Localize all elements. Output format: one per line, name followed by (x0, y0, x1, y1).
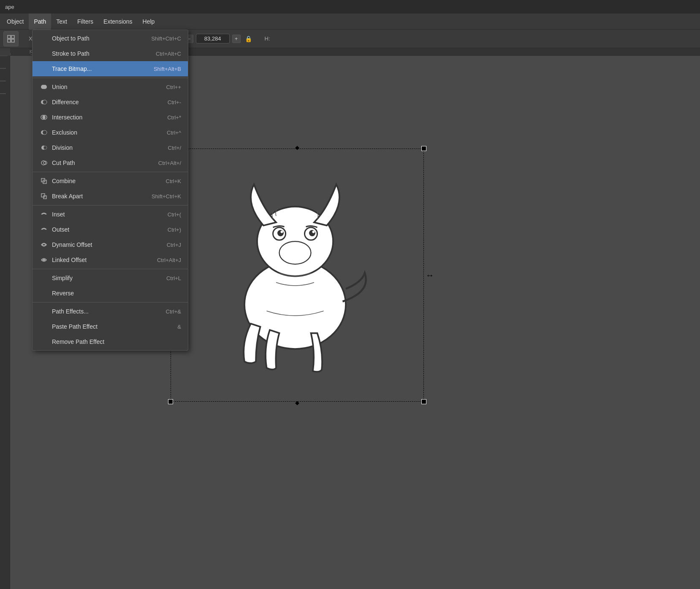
option-label: Cut Path (52, 159, 150, 166)
menu-option-division[interactable]: Division Ctrl+/ (33, 140, 188, 155)
combine-icon (39, 176, 49, 186)
shortcut: Ctrl+) (168, 227, 181, 233)
option-label: Object to Path (52, 35, 143, 42)
menu-option-trace-bitmap[interactable]: Trace Bitmap... Shift+Alt+B (33, 61, 188, 76)
menu-object[interactable]: Object (2, 14, 29, 30)
option-label: Remove Path Effect (52, 338, 173, 345)
shortcut: Ctrl+Alt+C (156, 51, 181, 57)
menu-option-remove-path-effect[interactable]: Remove Path Effect (33, 334, 188, 349)
shortcut: Ctrl+L (166, 275, 181, 281)
break-apart-icon (39, 192, 49, 201)
path-dropdown-menu: Object to Path Shift+Ctrl+C Stroke to Pa… (32, 30, 188, 351)
shortcut: Ctrl+/ (168, 145, 181, 151)
vertical-ruler (0, 56, 10, 589)
handle-right-arrow[interactable]: ↔ (426, 270, 434, 280)
shortcut: Ctrl+Alt+/ (158, 160, 181, 166)
reverse-icon (39, 289, 49, 298)
option-label: Combine (52, 178, 157, 184)
inset-icon (39, 210, 49, 219)
cut-path-icon (39, 158, 49, 168)
menu-option-dynamic-offset[interactable]: Dynamic Offset Ctrl+J (33, 237, 188, 252)
svg-rect-44 (41, 194, 45, 197)
toolbar-tool-btn[interactable] (3, 31, 19, 46)
menu-help[interactable]: Help (138, 14, 160, 30)
shortcut: Shift+Ctrl+K (152, 193, 181, 200)
shortcut: Ctrl++ (166, 84, 181, 90)
lock-icon[interactable]: 🔒 (242, 35, 255, 42)
menu-option-paste-path-effect[interactable]: Paste Path Effect & (33, 319, 188, 334)
handle-bottom-left[interactable] (168, 399, 173, 404)
dog-illustration (196, 165, 394, 381)
title-text: ape (5, 4, 14, 10)
menu-option-object-to-path[interactable]: Object to Path Shift+Ctrl+C (33, 31, 188, 46)
menu-option-stroke-to-path[interactable]: Stroke to Path Ctrl+Alt+C (33, 46, 188, 61)
linked-offset-icon (39, 255, 49, 265)
svg-point-29 (279, 241, 311, 264)
menu-option-intersection[interactable]: Intersection Ctrl+* (33, 110, 188, 125)
menu-option-path-effects[interactable]: Path Effects... Ctrl+& (33, 304, 188, 319)
simplify-icon (39, 273, 49, 283)
svg-point-23 (281, 231, 283, 233)
option-label: Difference (52, 99, 159, 105)
stroke-to-path-icon (39, 49, 49, 58)
shortcut: Ctrl+^ (167, 130, 181, 136)
handle-top-center[interactable]: ◆ (295, 144, 299, 151)
option-label: Break Apart (52, 193, 143, 200)
menu-option-exclusion[interactable]: Exclusion Ctrl+^ (33, 125, 188, 140)
svg-point-39 (43, 146, 47, 149)
option-label: Exclusion (52, 129, 158, 136)
shortcut: & (177, 324, 181, 330)
menu-option-union[interactable]: Union Ctrl++ (33, 79, 188, 95)
menu-option-inset[interactable]: Inset Ctrl+( (33, 207, 188, 222)
handle-bottom-right[interactable] (421, 399, 426, 404)
shortcut: Ctrl+( (168, 211, 181, 218)
menu-bar: Object Path Text Filters Extensions Help (0, 14, 700, 30)
exclusion-icon (39, 128, 49, 137)
menu-path[interactable]: Path (29, 14, 51, 30)
svg-rect-3 (11, 39, 14, 42)
handle-top-right[interactable] (421, 146, 426, 151)
separator-3 (33, 205, 188, 205)
option-label: Outset (52, 226, 159, 233)
w-value[interactable]: 83,284 (196, 34, 230, 43)
option-label: Dynamic Offset (52, 241, 158, 248)
svg-point-33 (43, 100, 47, 104)
division-icon (39, 143, 49, 152)
handle-bottom-center[interactable]: ◆ (295, 400, 299, 406)
w-plus-btn[interactable]: + (232, 35, 241, 43)
intersection-icon (39, 113, 49, 122)
option-label: Division (52, 144, 160, 151)
outset-icon (39, 225, 49, 234)
menu-filters[interactable]: Filters (72, 14, 98, 30)
shortcut: Ctrl+J (167, 242, 181, 248)
menu-option-combine[interactable]: Combine Ctrl+K (33, 173, 188, 189)
menu-option-reverse[interactable]: Reverse (33, 286, 188, 301)
menu-option-break-apart[interactable]: Break Apart Shift+Ctrl+K (33, 189, 188, 204)
separator-4 (33, 269, 188, 269)
trace-bitmap-icon (39, 64, 49, 73)
menu-option-cut-path[interactable]: Cut Path Ctrl+Alt+/ (33, 155, 188, 170)
menu-option-outset[interactable]: Outset Ctrl+) (33, 222, 188, 237)
difference-icon (39, 97, 49, 107)
menu-option-difference[interactable]: Difference Ctrl+- (33, 95, 188, 110)
separator-2 (33, 172, 188, 172)
separator-1 (33, 78, 188, 78)
h-coord-section: H: (265, 35, 270, 42)
svg-rect-2 (8, 39, 11, 42)
menu-option-simplify[interactable]: Simplify Ctrl+L (33, 270, 188, 286)
svg-point-25 (309, 230, 315, 236)
union-icon (39, 82, 49, 92)
shortcut: Ctrl+& (166, 308, 181, 315)
svg-rect-1 (11, 35, 14, 38)
option-label: Paste Path Effect (52, 323, 169, 330)
option-label: Linked Offset (52, 257, 149, 263)
remove-path-effect-icon (39, 337, 49, 346)
menu-text[interactable]: Text (51, 14, 72, 30)
svg-point-22 (277, 230, 284, 236)
selected-object[interactable]: ◆ ◆ ↔ ↔ (171, 149, 424, 402)
shortcut: Ctrl+* (167, 114, 181, 121)
shortcut: Shift+Ctrl+C (151, 35, 181, 42)
menu-option-linked-offset[interactable]: Linked Offset Ctrl+Alt+J (33, 252, 188, 267)
menu-extensions[interactable]: Extensions (98, 14, 137, 30)
title-bar: ape (0, 0, 700, 14)
